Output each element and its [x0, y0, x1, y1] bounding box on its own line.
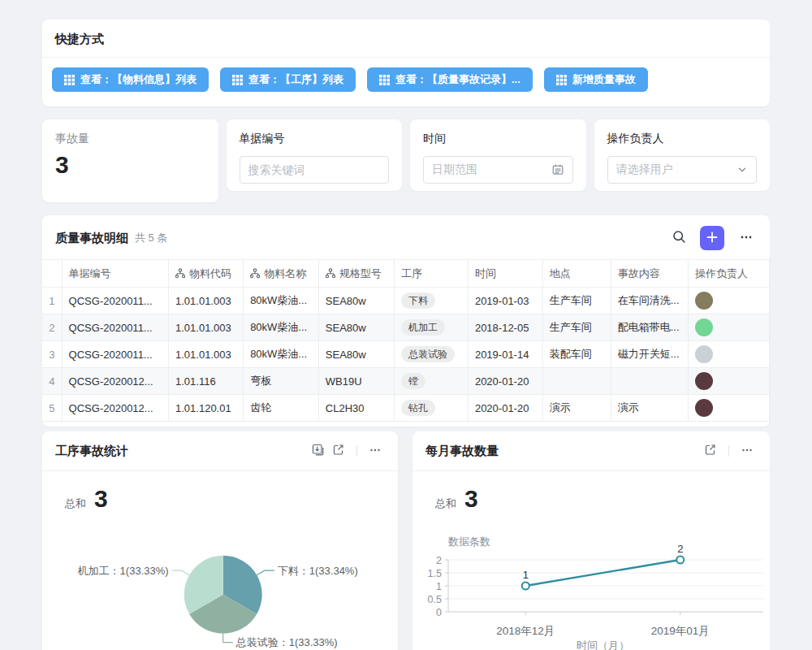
- shortcut-button-2[interactable]: 查看：【质量事故记录】...: [367, 67, 533, 92]
- pie-label-line: [223, 634, 233, 643]
- table-row[interactable]: 5QCSG-2020012...1.01.120.01齿轮CL2H30钻孔202…: [42, 395, 770, 422]
- y-tick-label: 1: [436, 581, 442, 592]
- date-placeholder: 日期范围: [432, 162, 551, 177]
- column-header-3[interactable]: 规格型号: [318, 260, 394, 288]
- doc-no-search-input[interactable]: [240, 156, 390, 184]
- quality-accident-table: 单据编号物料代码物料名称规格型号工序时间地点事故内容操作负责人1QCSG-202…: [42, 259, 770, 422]
- cell-spec: CL2H30: [318, 395, 394, 422]
- download-icon: [311, 443, 325, 459]
- date-range-input[interactable]: 日期范围: [423, 156, 573, 184]
- line-total-value: 3: [464, 487, 478, 511]
- expand-chart-button[interactable]: [328, 440, 348, 462]
- pie-label-line: [172, 570, 190, 575]
- process-accident-chart-card: 工序事故统计: [42, 431, 398, 650]
- data-point[interactable]: [522, 583, 529, 590]
- avatar: [695, 345, 713, 363]
- column-header-8[interactable]: 操作负责人: [689, 260, 770, 288]
- pie-chart-area: 下料：1(33.34%)总装试验：1(33.33%)机加工：1(33.33%): [42, 529, 398, 650]
- shortcut-button-0[interactable]: 查看：【物料信息】列表: [52, 67, 209, 92]
- column-label: 时间: [475, 266, 496, 281]
- download-chart-button[interactable]: [308, 440, 328, 462]
- table-row[interactable]: 4QCSG-2020012...1.01.116弯板WB19U镗2020-01-…: [42, 368, 770, 395]
- relation-icon: [326, 268, 335, 279]
- column-header-4[interactable]: 工序: [394, 260, 468, 288]
- cell-operator: [689, 341, 770, 368]
- shortcut-button-1[interactable]: 查看：【工序】列表: [220, 67, 356, 92]
- column-label: 物料代码: [189, 266, 231, 281]
- stat-value: 3: [55, 153, 205, 177]
- point-value-label: 2: [677, 543, 683, 555]
- pie-chart-title: 工序事故统计: [55, 444, 308, 459]
- grid-icon: [64, 75, 75, 85]
- divider: [728, 445, 729, 457]
- shortcut-button-row: 查看：【物料信息】列表查看：【工序】列表查看：【质量事故记录】...新增质量事故: [42, 58, 770, 106]
- filter-row: 事故量 3 单据编号 时间 日期范围 操作负: [42, 119, 770, 202]
- row-number: 3: [42, 341, 62, 368]
- cell-material_name: 齿轮: [244, 395, 319, 422]
- grid-icon: [379, 75, 390, 85]
- cell-operator: [689, 368, 770, 395]
- user-placeholder: 请选择用户: [616, 162, 737, 177]
- cell-doc_no: QCSG-2020011...: [62, 341, 168, 368]
- cell-content: [611, 368, 688, 395]
- column-header-1[interactable]: 物料代码: [169, 260, 244, 288]
- shortcut-label: 新增质量事故: [572, 72, 636, 87]
- table-more-button[interactable]: [736, 227, 757, 250]
- column-label: 规格型号: [339, 266, 382, 281]
- cell-spec: WB19U: [318, 368, 394, 395]
- column-header-2[interactable]: 物料名称: [244, 260, 319, 288]
- quality-accident-table-panel: 质量事故明细 共 5 条 单据编号物料代码物料名称规格型号工序时间地点事故内容操…: [42, 215, 770, 427]
- stat-label: 事故量: [55, 132, 205, 146]
- table-scroll-area[interactable]: 单据编号物料代码物料名称规格型号工序时间地点事故内容操作负责人1QCSG-202…: [42, 259, 770, 422]
- table-row[interactable]: 2QCSG-2020011...1.01.01.00380kW柴油...SEA8…: [42, 314, 770, 341]
- cell-material_name: 80kW柴油...: [244, 314, 319, 341]
- pie-more-button[interactable]: [365, 440, 385, 462]
- avatar: [695, 399, 713, 417]
- search-button[interactable]: [668, 226, 690, 250]
- grid-icon: [556, 75, 567, 85]
- cell-doc_no: QCSG-2020011...: [62, 288, 168, 314]
- line-chart-area: 数据条数00.511.5212018年12月22019年01月时间（月）: [412, 521, 770, 650]
- column-header-7[interactable]: 事故内容: [611, 260, 688, 288]
- row-number: 2: [42, 314, 62, 341]
- cell-operator: [689, 314, 770, 341]
- avatar: [695, 372, 713, 390]
- plus-icon: [706, 231, 719, 246]
- expand-chart-button[interactable]: [700, 440, 720, 462]
- cell-time: 2020-01-20: [468, 395, 542, 422]
- column-header-0[interactable]: 单据编号: [62, 260, 168, 288]
- user-select[interactable]: 请选择用户: [607, 156, 758, 184]
- cell-time: 2019-01-03: [468, 288, 542, 314]
- shortcut-label: 查看：【质量事故记录】...: [395, 72, 520, 87]
- row-number: 4: [42, 368, 62, 395]
- process-tag: 钻孔: [401, 400, 435, 416]
- table-row[interactable]: 3QCSG-2020011...1.01.01.00380kW柴油...SEA8…: [42, 341, 770, 368]
- expand-icon: [703, 443, 717, 459]
- pie-slice-label: 下料：1(33.34%): [278, 565, 358, 577]
- shortcut-label: 查看：【物料信息】列表: [80, 72, 197, 87]
- cell-time: 2020-01-20: [468, 368, 542, 395]
- relation-icon: [250, 268, 260, 279]
- stat-card-accident-count: 事故量 3: [42, 119, 218, 202]
- chevron-down-icon: [736, 164, 748, 176]
- x-tick-label: 2019年01月: [651, 625, 710, 637]
- shortcut-button-3[interactable]: 新增质量事故: [544, 67, 648, 92]
- y-tick-label: 0: [436, 607, 442, 618]
- data-point[interactable]: [676, 557, 684, 564]
- cell-content: 演示: [611, 395, 688, 422]
- line-more-button[interactable]: [737, 440, 757, 462]
- table-row[interactable]: 1QCSG-2020011...1.01.01.00380kW柴油...SEA8…: [42, 288, 770, 314]
- cell-process: 机加工: [394, 314, 468, 341]
- cell-process: 下料: [394, 288, 468, 314]
- x-tick-label: 2018年12月: [496, 625, 555, 637]
- cell-content: 配电箱带电...: [611, 314, 688, 341]
- search-input[interactable]: [248, 163, 381, 176]
- y-tick-label: 2: [436, 555, 442, 566]
- add-record-button[interactable]: [700, 226, 724, 250]
- column-header-5[interactable]: 时间: [468, 260, 542, 288]
- column-header-6[interactable]: 地点: [542, 260, 611, 288]
- cell-content: 在车间清洗...: [611, 288, 688, 314]
- table-count: 共 5 条: [135, 231, 167, 245]
- column-label: 工序: [401, 266, 422, 281]
- monthly-line-chart: 数据条数00.511.5212018年12月22019年01月时间（月）: [412, 521, 770, 650]
